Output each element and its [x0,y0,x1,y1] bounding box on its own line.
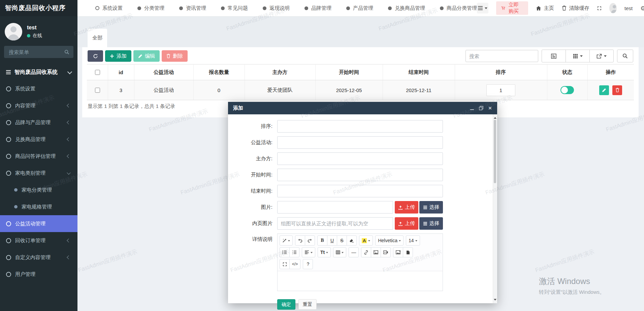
row-sort-input[interactable] [486,84,515,96]
col-sort[interactable]: 排序 [455,64,547,80]
col-activity[interactable]: 公益活动 [134,64,193,80]
line-height-button[interactable]: Tt [318,247,331,257]
magic-style-button[interactable] [280,235,293,246]
edit-button[interactable]: 编辑 [133,50,160,62]
col-start-time[interactable]: 开始时间 [315,64,383,80]
buy-now-button[interactable]: 立即购买 [496,1,528,15]
col-status[interactable]: 状态 [547,64,587,80]
sidebar-item-custom-content-mgmt[interactable]: 自定义内容管理 [0,249,77,266]
sidebar-item-brand-product-mgmt[interactable]: 品牌与产品管理 [0,114,77,131]
sidebar-item-recycle-order-mgmt[interactable]: 回收订单管理 [0,232,77,249]
sidebar-item-qa-eval-mgmt[interactable]: 商品问答评估管理 [0,148,77,165]
editor-help-button[interactable]: ? [303,259,313,269]
settings-gears-icon[interactable]: ⚙⚙ [640,5,644,12]
reset-button[interactable]: 重置 [298,299,317,310]
sort-field[interactable] [277,120,443,133]
close-icon[interactable]: × [488,105,492,111]
inner-images-field[interactable] [277,217,393,230]
inner-images-choose-button[interactable]: 选择 [419,217,443,230]
topnav-item-faq[interactable]: 常见问题 [221,5,248,11]
fullscreen-icon[interactable] [597,5,602,11]
organizer-field[interactable] [277,152,443,165]
search-icon[interactable] [64,50,69,55]
scroll-up-icon[interactable] [494,116,496,119]
topnav-item-news-mgmt[interactable]: 资讯管理 [179,5,206,11]
bold-button[interactable]: B [317,235,327,246]
strikethrough-button[interactable]: S [337,235,347,246]
col-actions[interactable]: 操作 [587,64,634,80]
undo-button[interactable] [295,235,305,246]
paragraph-align-button[interactable] [302,247,315,257]
columns-toggle-button[interactable] [566,50,590,62]
start-time-field[interactable] [277,169,443,181]
select-all-checkbox[interactable] [95,70,100,75]
confirm-button[interactable]: 确定 [277,299,295,310]
tabs-dropdown-button[interactable] [477,3,488,13]
inner-images-upload-button[interactable]: 上传 [395,217,418,230]
code-view-button[interactable]: </> [289,259,300,269]
topnav-item-exchange-goods[interactable]: 兑换商品管理 [388,5,425,11]
row-checkbox[interactable] [95,88,100,93]
dialog-titlebar[interactable]: 添加 × [228,102,497,114]
sidebar-root-menu[interactable]: 智尚废品回收系统 [0,64,77,80]
sidebar-item-content-mgmt[interactable]: 内容管理 [0,97,77,114]
refresh-button[interactable] [88,50,103,62]
eraser-button[interactable] [347,235,357,246]
upload-image-button[interactable] [393,247,403,257]
topnav-item-cashback[interactable]: 返现说明 [263,5,290,11]
table-search-input[interactable] [465,50,538,62]
sidebar-item-appliance-spec-mgmt[interactable]: 家电规格管理 [0,198,77,215]
image-field[interactable] [277,201,393,214]
redo-button[interactable] [305,235,315,246]
image-upload-button[interactable]: 上传 [395,201,418,214]
add-button[interactable]: 添加 [105,50,131,62]
highlight-color-button[interactable]: A [359,235,373,246]
insert-table-button[interactable] [333,247,346,257]
sidebar-item-charity-activity-mgmt[interactable]: 公益活动管理 [0,215,77,232]
sidebar-item-appliance-class-mgmt[interactable]: 家电分类管理 [0,181,77,198]
navbar-avatar[interactable] [609,3,617,13]
sidebar-item-user-mgmt[interactable]: 用户管理 [0,266,77,283]
topnav-item-system-settings[interactable]: 系统设置 [95,5,123,11]
topnav-item-product-mgmt[interactable]: 产品管理 [346,5,373,11]
home-link[interactable]: 主页 [536,5,554,11]
insert-image-button[interactable] [371,247,381,257]
col-end-time[interactable]: 结束时间 [383,64,455,80]
underline-button[interactable]: U [327,235,337,246]
attach-file-button[interactable] [403,247,413,257]
row-delete-button[interactable] [612,85,622,95]
font-family-dropdown[interactable]: Helvetica [375,235,404,246]
font-size-dropdown[interactable]: 14 [406,235,420,246]
topnav-item-goods-category[interactable]: 商品分类管理 [440,5,477,11]
maximize-icon[interactable] [479,106,483,110]
search-submit-button[interactable] [617,50,633,62]
sidebar-item-appliance-category-mgmt[interactable]: 家电类别管理 [0,165,77,181]
status-toggle[interactable] [560,86,574,94]
scrollbar-thumb[interactable] [494,120,496,183]
col-organizer[interactable]: 主办方 [245,64,315,80]
dialog-scrollbar[interactable] [493,114,497,303]
row-edit-button[interactable] [599,85,609,95]
end-time-field[interactable] [277,185,443,197]
col-id[interactable]: id [108,64,134,80]
minimize-icon[interactable] [470,109,474,110]
activity-field[interactable] [277,136,443,149]
sidebar-search-input[interactable] [8,49,62,55]
topnav-item-category-mgmt[interactable]: 分类管理 [137,5,164,11]
unordered-list-button[interactable] [280,247,290,257]
tab-all[interactable]: 全部 [88,29,107,47]
navbar-username[interactable]: test [624,5,633,11]
sidebar-item-system-settings[interactable]: 系统设置 [0,80,77,97]
clear-cache-link[interactable]: 清除缓存 [562,5,589,11]
delete-button[interactable]: 删除 [162,50,188,62]
sidebar-item-exchange-goods-mgmt[interactable]: 兑换商品管理 [0,131,77,148]
editor-fullscreen-button[interactable] [280,259,290,269]
insert-video-button[interactable] [381,247,391,257]
horizontal-rule-button[interactable]: — [349,247,359,257]
col-signup-count[interactable]: 报名数量 [193,64,245,80]
insert-link-button[interactable] [361,247,371,257]
detail-view-button[interactable] [542,50,566,62]
export-button[interactable] [589,50,614,62]
ordered-list-button[interactable] [289,247,299,257]
topnav-item-brand-mgmt[interactable]: 品牌管理 [304,5,331,11]
